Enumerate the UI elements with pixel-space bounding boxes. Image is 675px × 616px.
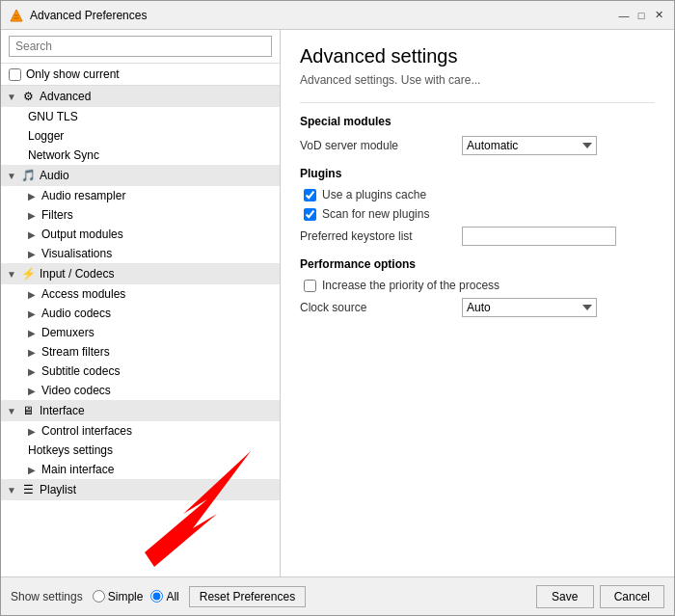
control-interfaces-label: Control interfaces bbox=[41, 424, 132, 438]
expand-subtitle-codecs: ▶ bbox=[28, 366, 41, 377]
interface-icon: 🖥 bbox=[20, 403, 36, 418]
audio-resampler-label: Audio resampler bbox=[41, 189, 125, 202]
settings-title: Advanced settings bbox=[300, 45, 655, 67]
codec-icon: ⚡ bbox=[20, 266, 36, 281]
radio-simple-option: Simple bbox=[93, 590, 144, 603]
tree-item-access-modules[interactable]: ▶ Access modules bbox=[1, 284, 280, 304]
access-modules-label: Access modules bbox=[41, 287, 125, 301]
clock-source-label: Clock source bbox=[300, 301, 454, 314]
only-show-current-row: Only show current bbox=[1, 64, 280, 86]
svg-rect-2 bbox=[14, 14, 18, 16]
use-plugins-cache-label: Use a plugins cache bbox=[322, 188, 426, 201]
tree-item-hotkeys-settings[interactable]: Hotkeys settings bbox=[1, 441, 280, 460]
tree-item-audio-codecs[interactable]: ▶ Audio codecs bbox=[1, 304, 280, 323]
tree-item-advanced[interactable]: ▼ ⚙ Advanced bbox=[1, 86, 280, 107]
maximize-button[interactable]: □ bbox=[634, 8, 649, 23]
main-interface-label: Main interface bbox=[41, 463, 114, 476]
only-show-current-checkbox[interactable] bbox=[9, 68, 21, 81]
expand-advanced: ▼ bbox=[7, 92, 20, 102]
save-button[interactable]: Save bbox=[536, 585, 594, 608]
expand-playlist: ▼ bbox=[7, 485, 20, 495]
tree-item-network-sync[interactable]: Network Sync bbox=[1, 146, 280, 165]
radio-all[interactable] bbox=[150, 590, 163, 603]
preferred-keystore-input[interactable] bbox=[462, 227, 616, 246]
network-sync-label: Network Sync bbox=[28, 148, 99, 162]
expand-stream-filters: ▶ bbox=[28, 347, 41, 358]
preferred-keystore-label: Preferred keystore list bbox=[300, 229, 454, 243]
filters-label: Filters bbox=[41, 208, 73, 222]
main-window: Advanced Preferences — □ ✕ Only show cur… bbox=[0, 0, 675, 616]
reset-preferences-button[interactable]: Reset Preferences bbox=[189, 586, 306, 607]
bottom-bar: Show settings Simple All Reset Preferenc… bbox=[1, 576, 674, 615]
radio-simple-label: Simple bbox=[108, 590, 144, 603]
tree-item-stream-filters[interactable]: ▶ Stream filters bbox=[1, 342, 280, 362]
only-show-current-label: Only show current bbox=[26, 67, 120, 81]
expand-audio-codecs: ▶ bbox=[28, 308, 41, 319]
expand-interface: ▼ bbox=[7, 406, 20, 416]
expand-control-interfaces: ▶ bbox=[28, 426, 41, 437]
tree-item-audio[interactable]: ▼ 🎵 Audio bbox=[1, 165, 280, 186]
tree-item-input-codecs[interactable]: ▼ ⚡ Input / Codecs bbox=[1, 263, 280, 284]
tree-item-interface[interactable]: ▼ 🖥 Interface bbox=[1, 400, 280, 421]
title-bar-left: Advanced Preferences bbox=[9, 8, 147, 23]
search-input[interactable] bbox=[9, 36, 272, 57]
left-panel: Only show current ▼ ⚙ Advanced GNU TLS L… bbox=[1, 30, 281, 576]
audio-codecs-label: Audio codecs bbox=[41, 307, 111, 320]
performance-options-header: Performance options bbox=[300, 257, 655, 271]
clock-source-row: Clock source Auto System Monotonic bbox=[300, 298, 655, 317]
window-title: Advanced Preferences bbox=[30, 9, 147, 22]
expand-access-modules: ▶ bbox=[28, 289, 41, 300]
expand-main-interface: ▶ bbox=[28, 465, 41, 475]
subtitle-codecs-label: Subtitle codecs bbox=[41, 364, 120, 378]
tree-item-output-modules[interactable]: ▶ Output modules bbox=[1, 225, 280, 244]
radio-all-label: All bbox=[166, 590, 178, 603]
close-button[interactable]: ✕ bbox=[651, 8, 666, 23]
bottom-right: Save Cancel bbox=[536, 585, 664, 608]
tree-item-filters[interactable]: ▶ Filters bbox=[1, 205, 280, 225]
logger-label: Logger bbox=[28, 129, 64, 143]
audio-icon: 🎵 bbox=[20, 168, 36, 183]
input-codecs-label: Input / Codecs bbox=[40, 267, 114, 281]
vlc-icon bbox=[9, 8, 24, 23]
tree-item-video-codecs[interactable]: ▶ Video codecs bbox=[1, 381, 280, 400]
clock-source-select[interactable]: Auto System Monotonic bbox=[462, 298, 597, 317]
scan-new-plugins-row: Scan for new plugins bbox=[300, 207, 655, 221]
tree-item-gnu-tls[interactable]: GNU TLS bbox=[1, 107, 280, 126]
cancel-button[interactable]: Cancel bbox=[600, 585, 664, 608]
scan-new-plugins-label: Scan for new plugins bbox=[322, 207, 429, 221]
vod-server-module-row: VoD server module Automatic None bbox=[300, 136, 655, 155]
title-bar: Advanced Preferences — □ ✕ bbox=[1, 1, 674, 30]
vod-server-select[interactable]: Automatic None bbox=[462, 136, 597, 155]
output-modules-label: Output modules bbox=[41, 228, 123, 241]
interface-label: Interface bbox=[40, 404, 85, 417]
tree-item-audio-resampler[interactable]: ▶ Audio resampler bbox=[1, 186, 280, 205]
advanced-label: Advanced bbox=[40, 90, 91, 103]
use-plugins-cache-row: Use a plugins cache bbox=[300, 188, 655, 201]
demuxers-label: Demuxers bbox=[41, 326, 94, 339]
bottom-left: Show settings Simple All Reset Preferenc… bbox=[11, 586, 306, 607]
radio-group: Simple All bbox=[93, 590, 179, 603]
tree-item-subtitle-codecs[interactable]: ▶ Subtitle codecs bbox=[1, 362, 280, 381]
preferred-keystore-row: Preferred keystore list bbox=[300, 227, 655, 246]
right-panel: Advanced settings Advanced settings. Use… bbox=[281, 30, 674, 576]
tree-item-main-interface[interactable]: ▶ Main interface bbox=[1, 460, 280, 479]
expand-video-codecs: ▶ bbox=[28, 386, 41, 396]
tree-item-visualisations[interactable]: ▶ Visualisations bbox=[1, 244, 280, 263]
tree-item-demuxers[interactable]: ▶ Demuxers bbox=[1, 323, 280, 342]
title-bar-controls: — □ ✕ bbox=[616, 8, 666, 23]
tree-item-playlist[interactable]: ▼ ☰ Playlist bbox=[1, 479, 280, 500]
advanced-icon: ⚙ bbox=[20, 89, 36, 104]
radio-all-option: All bbox=[150, 590, 178, 603]
content-area: Only show current ▼ ⚙ Advanced GNU TLS L… bbox=[1, 30, 674, 576]
tree-item-logger[interactable]: Logger bbox=[1, 126, 280, 146]
use-plugins-cache-checkbox[interactable] bbox=[304, 189, 316, 201]
audio-label: Audio bbox=[40, 169, 69, 182]
visualisations-label: Visualisations bbox=[41, 247, 112, 260]
increase-priority-checkbox[interactable] bbox=[304, 280, 316, 292]
tree-item-control-interfaces[interactable]: ▶ Control interfaces bbox=[1, 421, 280, 441]
scan-new-plugins-checkbox[interactable] bbox=[304, 208, 316, 221]
increase-priority-row: Increase the priority of the process bbox=[300, 279, 655, 292]
radio-simple[interactable] bbox=[93, 590, 105, 603]
svg-rect-1 bbox=[14, 17, 19, 19]
minimize-button[interactable]: — bbox=[616, 8, 632, 23]
